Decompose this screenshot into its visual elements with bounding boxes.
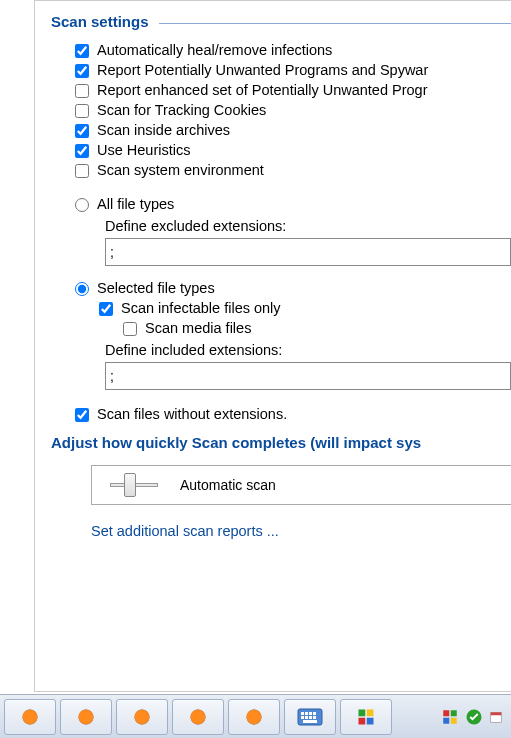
- checkbox-label: Scan media files: [145, 320, 251, 336]
- settings-panel: Scan settings Automatically heal/remove …: [34, 0, 511, 692]
- checkbox-label: Automatically heal/remove infections: [97, 42, 332, 58]
- radio-label: All file types: [97, 196, 174, 212]
- checkbox-row: Scan inside archives: [75, 120, 511, 140]
- checkbox-label: Scan for Tracking Cookies: [97, 102, 266, 118]
- scan-archives-checkbox[interactable]: [75, 124, 89, 138]
- header-divider: [159, 23, 511, 24]
- svg-rect-14: [303, 720, 317, 723]
- svg-rect-15: [359, 709, 366, 716]
- noext-group: Scan files without extensions.: [35, 396, 511, 424]
- svg-rect-21: [443, 717, 449, 723]
- taskbar-onscreen-keyboard-button[interactable]: [284, 699, 336, 735]
- adjust-speed-header: Adjust how quickly Scan completes (will …: [35, 424, 511, 459]
- svg-rect-13: [313, 716, 316, 719]
- selected-file-types-radio[interactable]: [75, 282, 89, 296]
- radio-label: Selected file types: [97, 280, 215, 296]
- excluded-ext-label: Define excluded extensions:: [75, 214, 511, 236]
- scan-media-checkbox[interactable]: [123, 322, 137, 336]
- calendar-icon[interactable]: [489, 710, 503, 724]
- checkbox-row: Scan system environment: [75, 160, 511, 180]
- taskbar-firefox-button[interactable]: [60, 699, 112, 735]
- checkbox-label: Scan system environment: [97, 162, 264, 178]
- svg-rect-22: [451, 717, 457, 723]
- svg-rect-18: [367, 717, 374, 724]
- radio-row: All file types: [75, 194, 511, 214]
- radio-row: Selected file types: [75, 272, 511, 298]
- slider-thumb[interactable]: [124, 473, 136, 497]
- report-pup-checkbox[interactable]: [75, 64, 89, 78]
- scan-no-ext-checkbox[interactable]: [75, 408, 89, 422]
- checkbox-label: Scan inside archives: [97, 122, 230, 138]
- checkbox-row: Scan media files: [123, 318, 511, 338]
- checkbox-row: Automatically heal/remove infections: [75, 40, 511, 60]
- taskbar-avg-button[interactable]: [340, 699, 392, 735]
- auto-heal-checkbox[interactable]: [75, 44, 89, 58]
- firefox-icon: [133, 708, 151, 726]
- svg-rect-12: [309, 716, 312, 719]
- checkbox-label: Use Heuristics: [97, 142, 190, 158]
- checkbox-row: Scan for Tracking Cookies: [75, 100, 511, 120]
- file-type-group: All file types Define excluded extension…: [35, 180, 511, 390]
- checkbox-row: Scan files without extensions.: [75, 404, 511, 424]
- svg-rect-9: [313, 712, 316, 715]
- checkbox-row: Report enhanced set of Potentially Unwan…: [75, 80, 511, 100]
- taskbar-firefox-button[interactable]: [228, 699, 280, 735]
- use-heuristics-checkbox[interactable]: [75, 144, 89, 158]
- checkbox-label: Scan infectable files only: [121, 300, 281, 316]
- firefox-icon: [245, 708, 263, 726]
- slider-label: Automatic scan: [180, 477, 276, 493]
- scan-speed-slider[interactable]: [110, 473, 158, 497]
- svg-rect-16: [367, 709, 374, 716]
- shield-check-icon[interactable]: [465, 708, 483, 726]
- svg-rect-11: [305, 716, 308, 719]
- additional-reports-link[interactable]: Set additional scan reports ...: [91, 523, 279, 539]
- svg-rect-17: [359, 717, 366, 724]
- svg-rect-19: [443, 710, 449, 716]
- report-enhanced-pup-checkbox[interactable]: [75, 84, 89, 98]
- all-file-types-radio[interactable]: [75, 198, 89, 212]
- section-title: Scan settings: [51, 13, 149, 30]
- taskbar-firefox-button[interactable]: [4, 699, 56, 735]
- svg-rect-8: [309, 712, 312, 715]
- svg-rect-10: [301, 716, 304, 719]
- svg-rect-6: [301, 712, 304, 715]
- taskbar-firefox-button[interactable]: [172, 699, 224, 735]
- checkbox-label: Scan files without extensions.: [97, 406, 287, 422]
- svg-rect-25: [491, 712, 502, 715]
- firefox-icon: [77, 708, 95, 726]
- tracking-cookies-checkbox[interactable]: [75, 104, 89, 118]
- checkbox-label: Report enhanced set of Potentially Unwan…: [97, 82, 427, 98]
- checkbox-label: Report Potentially Unwanted Programs and…: [97, 62, 428, 78]
- infectable-only-checkbox[interactable]: [99, 302, 113, 316]
- checkbox-row: Use Heuristics: [75, 140, 511, 160]
- svg-rect-20: [451, 710, 457, 716]
- included-ext-input[interactable]: [105, 362, 511, 390]
- avg-icon: [357, 708, 375, 726]
- included-ext-label: Define included extensions:: [75, 338, 511, 360]
- checkbox-group: Automatically heal/remove infections Rep…: [35, 34, 511, 180]
- firefox-icon: [21, 708, 39, 726]
- excluded-ext-input[interactable]: [105, 238, 511, 266]
- scan-speed-box: Automatic scan: [91, 465, 511, 505]
- svg-rect-7: [305, 712, 308, 715]
- checkbox-row: Scan infectable files only: [99, 298, 511, 318]
- taskbar: [0, 694, 511, 738]
- taskbar-firefox-button[interactable]: [116, 699, 168, 735]
- scan-settings-header: Scan settings: [35, 9, 511, 34]
- scan-system-env-checkbox[interactable]: [75, 164, 89, 178]
- firefox-icon: [189, 708, 207, 726]
- checkbox-row: Report Potentially Unwanted Programs and…: [75, 60, 511, 80]
- keyboard-icon: [297, 708, 323, 726]
- system-tray: [441, 708, 507, 726]
- link-row: Set additional scan reports ...: [35, 505, 511, 539]
- flag-icon[interactable]: [441, 708, 459, 726]
